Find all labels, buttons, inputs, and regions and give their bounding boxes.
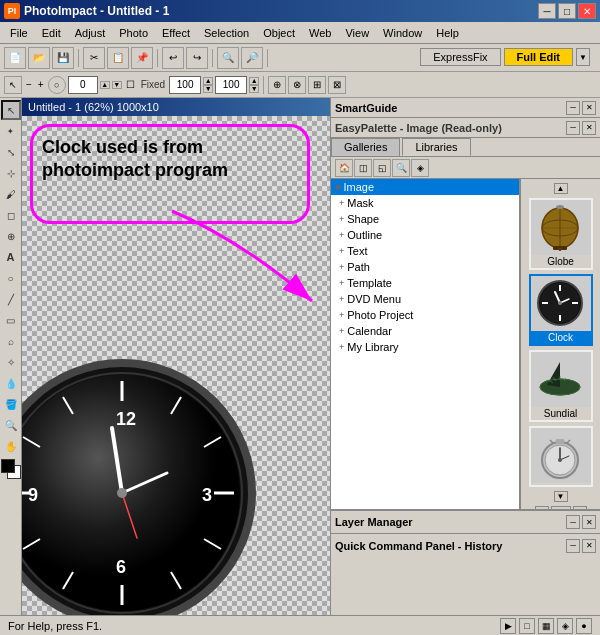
status-icon-3[interactable]: ▦ bbox=[538, 618, 554, 634]
thumb-globe[interactable]: Globe bbox=[529, 198, 593, 270]
quick-command-pin[interactable]: ─ bbox=[566, 539, 580, 553]
menu-file[interactable]: File bbox=[4, 25, 34, 41]
erase-tool[interactable]: ◻ bbox=[1, 205, 21, 225]
paste-button[interactable]: 📌 bbox=[131, 47, 153, 69]
full-edit-button[interactable]: Full Edit bbox=[504, 48, 573, 66]
width-down[interactable]: ▼ bbox=[203, 85, 213, 93]
status-icon-5[interactable]: ● bbox=[576, 618, 592, 634]
shape-tool[interactable]: ○ bbox=[1, 268, 21, 288]
menu-selection[interactable]: Selection bbox=[198, 25, 255, 41]
tree-item-outline[interactable]: + Outline bbox=[331, 227, 519, 243]
layer-manager-pin[interactable]: ─ bbox=[566, 515, 580, 529]
pt-btn-4[interactable]: ◈ bbox=[411, 159, 429, 177]
tree-item-path[interactable]: + Path bbox=[331, 259, 519, 275]
pt-btn-2[interactable]: ◫ bbox=[354, 159, 372, 177]
menu-object[interactable]: Object bbox=[257, 25, 301, 41]
tree-list[interactable]: ■ Image + Mask + Shape + Outline + Tex bbox=[331, 179, 520, 509]
pick-tool[interactable]: ✦ bbox=[1, 121, 21, 141]
clone-tool[interactable]: ⊕ bbox=[1, 226, 21, 246]
tool-a[interactable]: ⊕ bbox=[268, 76, 286, 94]
tab-libraries[interactable]: Libraries bbox=[402, 138, 470, 156]
select-rect-tool[interactable]: ▭ bbox=[1, 310, 21, 330]
pt-btn-search[interactable]: 🔍 bbox=[392, 159, 410, 177]
zoom-tool[interactable]: 🔍 bbox=[1, 415, 21, 435]
tree-item-mask[interactable]: + Mask bbox=[331, 195, 519, 211]
tree-item-dvd[interactable]: + DVD Menu bbox=[331, 291, 519, 307]
tree-item-template[interactable]: + Template bbox=[331, 275, 519, 291]
undo-button[interactable]: ↩ bbox=[162, 47, 184, 69]
height-up[interactable]: ▲ bbox=[249, 77, 259, 85]
pt-btn-3[interactable]: ◱ bbox=[373, 159, 391, 177]
width-up[interactable]: ▲ bbox=[203, 77, 213, 85]
tree-item-image[interactable]: ■ Image bbox=[331, 179, 519, 195]
easypalette-close[interactable]: ✕ bbox=[582, 121, 596, 135]
crop-tool[interactable]: ⊹ bbox=[1, 163, 21, 183]
width-input[interactable] bbox=[169, 76, 201, 94]
tree-item-calendar[interactable]: + Calendar bbox=[331, 323, 519, 339]
spin-up[interactable]: ▲ bbox=[100, 81, 110, 89]
smartguide-pin[interactable]: ─ bbox=[566, 101, 580, 115]
open-button[interactable]: 📂 bbox=[28, 47, 50, 69]
hand-tool[interactable]: ✋ bbox=[1, 436, 21, 456]
height-input[interactable] bbox=[215, 76, 247, 94]
circle-tool[interactable]: ○ bbox=[48, 76, 66, 94]
height-down[interactable]: ▼ bbox=[249, 85, 259, 93]
pt-btn-1[interactable]: 🏠 bbox=[335, 159, 353, 177]
new-button[interactable]: 📄 bbox=[4, 47, 26, 69]
select-lasso-tool[interactable]: ⌕ bbox=[1, 331, 21, 351]
tree-item-mylibrary[interactable]: + My Library bbox=[331, 339, 519, 355]
menu-adjust[interactable]: Adjust bbox=[69, 25, 112, 41]
status-icon-2[interactable]: □ bbox=[519, 618, 535, 634]
tab-galleries[interactable]: Galleries bbox=[331, 138, 400, 156]
thumb-sundial[interactable]: Sundial bbox=[529, 350, 593, 422]
fixed-checkbox[interactable]: ☐ bbox=[126, 79, 135, 90]
copy-button[interactable]: 📋 bbox=[107, 47, 129, 69]
menu-web[interactable]: Web bbox=[303, 25, 337, 41]
eyedropper-tool[interactable]: 💧 bbox=[1, 373, 21, 393]
edit-dropdown[interactable]: ▼ bbox=[576, 48, 590, 66]
zoom-in-button[interactable]: 🔍 bbox=[217, 47, 239, 69]
bucket-tool[interactable]: 🪣 bbox=[1, 394, 21, 414]
tool-b[interactable]: ⊗ bbox=[288, 76, 306, 94]
minimize-button[interactable]: ─ bbox=[538, 3, 556, 19]
select-tool[interactable]: ↖ bbox=[4, 76, 22, 94]
maximize-button[interactable]: □ bbox=[558, 3, 576, 19]
thumb-stopwatch[interactable] bbox=[529, 426, 593, 487]
tool-d[interactable]: ⊠ bbox=[328, 76, 346, 94]
easypalette-pin[interactable]: ─ bbox=[566, 121, 580, 135]
tree-item-text[interactable]: + Text bbox=[331, 243, 519, 259]
thumb-scroll-down[interactable]: ▼ bbox=[554, 491, 568, 502]
menu-edit[interactable]: Edit bbox=[36, 25, 67, 41]
status-icon-1[interactable]: ▶ bbox=[500, 618, 516, 634]
magic-wand-tool[interactable]: ✧ bbox=[1, 352, 21, 372]
transform-tool[interactable]: ⤡ bbox=[1, 142, 21, 162]
text-tool[interactable]: A bbox=[1, 247, 21, 267]
thumb-clock[interactable]: Clock bbox=[529, 274, 593, 346]
tree-item-shape[interactable]: + Shape bbox=[331, 211, 519, 227]
save-button[interactable]: 💾 bbox=[52, 47, 74, 69]
layer-manager-close[interactable]: ✕ bbox=[582, 515, 596, 529]
menu-view[interactable]: View bbox=[339, 25, 375, 41]
paint-tool[interactable]: 🖌 bbox=[1, 184, 21, 204]
pointer-tool[interactable]: ↖ bbox=[1, 100, 21, 120]
status-icon-4[interactable]: ◈ bbox=[557, 618, 573, 634]
menu-window[interactable]: Window bbox=[377, 25, 428, 41]
smartguide-close[interactable]: ✕ bbox=[582, 101, 596, 115]
line-tool[interactable]: ╱ bbox=[1, 289, 21, 309]
quick-command-close[interactable]: ✕ bbox=[582, 539, 596, 553]
tree-item-photo[interactable]: + Photo Project bbox=[331, 307, 519, 323]
color-swatches[interactable] bbox=[1, 459, 21, 479]
cut-button[interactable]: ✂ bbox=[83, 47, 105, 69]
menu-effect[interactable]: Effect bbox=[156, 25, 196, 41]
canvas-content[interactable]: Clock used is from photoimpact program bbox=[22, 116, 330, 615]
menu-photo[interactable]: Photo bbox=[113, 25, 154, 41]
close-button[interactable]: ✕ bbox=[578, 3, 596, 19]
zoom-out-button[interactable]: 🔎 bbox=[241, 47, 263, 69]
express-fix-button[interactable]: ExpressFix bbox=[420, 48, 500, 66]
menu-help[interactable]: Help bbox=[430, 25, 465, 41]
redo-button[interactable]: ↪ bbox=[186, 47, 208, 69]
thumb-scroll-up[interactable]: ▲ bbox=[554, 183, 568, 194]
spin-down[interactable]: ▼ bbox=[112, 81, 122, 89]
tool-c[interactable]: ⊞ bbox=[308, 76, 326, 94]
circle-value[interactable] bbox=[68, 76, 98, 94]
